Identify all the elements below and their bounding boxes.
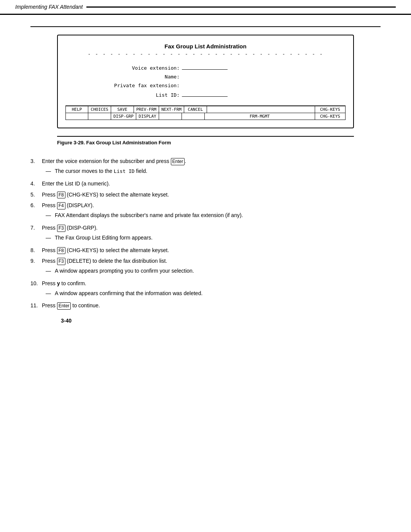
step-5: 5. Press F8 (CHG-KEYS) to select the alt…: [30, 190, 381, 199]
step-10-text: Press y to confirm.: [42, 280, 86, 286]
step-9-after: (DELETE) to delete the fax distribution …: [67, 258, 167, 264]
fkey-empty-cancel: [182, 113, 205, 120]
fkey-chg-keys-2[interactable]: CHG-KEYS: [315, 113, 346, 120]
fkey-display[interactable]: DISPLAY: [136, 113, 159, 120]
step-5-num: 5.: [30, 190, 42, 199]
figure-caption-text: Figure 3-29. Fax Group List Administrati…: [57, 140, 171, 145]
fkey-disp-grp[interactable]: DISP-GRP: [111, 113, 136, 120]
screen-dashes: - - - - - - - - - - - - - - - - - - - - …: [65, 51, 346, 57]
step-11: 11. Press Enter to continue.: [30, 301, 381, 310]
fkey-save[interactable]: SAVE: [111, 106, 134, 113]
field-label-name: Name:: [81, 74, 180, 80]
step-7-sub-text: The Fax Group List Editing form appears.: [55, 233, 153, 242]
step-7-sub: — The Fax Group List Editing form appear…: [42, 233, 381, 242]
step-3-sub-text: The cursor moves to the List ID field.: [55, 167, 147, 176]
step-10-content: Press y to confirm. — A window appears c…: [42, 279, 381, 299]
fkey-choices[interactable]: CHOICES: [88, 106, 111, 113]
step-5-content: Press F8 (CHG-KEYS) to select the altern…: [42, 190, 381, 199]
step-4-num: 4.: [30, 179, 42, 188]
step-4-text: Enter the List ID (a numeric).: [42, 181, 110, 187]
step-6: 6. Press F4 (DISPLAY). — FAX Attendant d…: [30, 201, 381, 221]
step-7-text: Press: [42, 225, 57, 231]
fkey-row-1: HELP CHOICES SAVE PREV-FRM NEXT-FRM CANC…: [65, 106, 346, 113]
step-7-after: (DISP-GRP).: [67, 225, 98, 231]
fkey-next-frm[interactable]: NEXT-FRM: [159, 106, 184, 113]
step-6-num: 6.: [30, 201, 42, 209]
y-key: y: [57, 280, 60, 286]
f3-key-2: F3: [57, 258, 65, 265]
field-list-id: List ID:: [81, 91, 346, 98]
field-private-fax: Private fax extension:: [81, 83, 346, 88]
step-9-num: 9.: [30, 257, 42, 265]
step-3-num: 3.: [30, 157, 42, 165]
page-header: Implementing FAX Attendant: [0, 0, 411, 15]
screen-fields: Voice extension: Name: Private fax exten…: [65, 64, 346, 98]
step-11-text: Press: [42, 302, 57, 308]
step-6-text: Press: [42, 202, 57, 208]
screen-title: Fax Group List Administration: [65, 43, 346, 50]
field-voice-extension: Voice extension:: [81, 64, 346, 71]
step-8-num: 8.: [30, 246, 42, 254]
step-6-sub: — FAX Attendant displays the subscriber'…: [42, 211, 381, 219]
fkey-frm-mgmt[interactable]: FRM-MGMT: [205, 113, 315, 120]
f4-key: F4: [57, 202, 65, 209]
field-input-voice: [182, 64, 228, 70]
dash-3: —: [46, 167, 55, 176]
header-title: Implementing FAX Attendant: [15, 4, 83, 10]
step-8-content: Press F8 (CHG-KEYS) to select the altern…: [42, 246, 381, 254]
step-10: 10. Press y to confirm. — A window appea…: [30, 279, 381, 299]
enter-key-2: Enter: [57, 302, 71, 310]
step-3-sub: — The cursor moves to the List ID field.: [42, 167, 381, 176]
step-4-content: Enter the List ID (a numeric).: [42, 179, 381, 188]
field-label-list-id: List ID:: [81, 92, 180, 98]
fkey-cancel[interactable]: CANCEL: [184, 106, 207, 113]
step-7-content: Press F3 (DISP-GRP). — The Fax Group Lis…: [42, 224, 381, 244]
step-7: 7. Press F3 (DISP-GRP). — The Fax Group …: [30, 224, 381, 244]
list-id-code: List ID: [114, 168, 135, 174]
step-6-content: Press F4 (DISPLAY). — FAX Attendant disp…: [42, 201, 381, 221]
f8-key-2: F8: [57, 247, 65, 254]
screen-simulation: Fax Group List Administration - - - - - …: [57, 35, 354, 128]
f8-key-1: F8: [57, 192, 65, 199]
step-11-num: 11.: [30, 301, 42, 310]
step-7-num: 7.: [30, 224, 42, 232]
step-10-sub: — A window appears confirming that the i…: [42, 289, 381, 297]
step-5-after: (CHG-KEYS) to select the alternate keyse…: [67, 192, 169, 198]
step-3-period: .: [185, 158, 186, 164]
fkey-empty-next: [159, 113, 182, 120]
step-5-text: Press: [42, 192, 57, 198]
field-label-private-fax: Private fax extension:: [81, 83, 180, 88]
step-3: 3. Enter the voice extension for the sub…: [30, 157, 381, 177]
step-10-sub-text: A window appears confirming that the inf…: [55, 289, 202, 297]
step-8-after: (CHG-KEYS) to select the alternate keyse…: [67, 247, 169, 253]
field-label-voice: Voice extension:: [81, 65, 180, 71]
field-name: Name:: [81, 74, 346, 80]
fkey-chg-keys-1[interactable]: CHG-KEYS: [315, 106, 346, 113]
top-rule: [30, 26, 381, 27]
step-8-text: Press: [42, 247, 57, 253]
fkey-empty-choices: [88, 113, 111, 120]
step-9: 9. Press F3 (DELETE) to delete the fax d…: [30, 257, 381, 277]
step-4: 4. Enter the List ID (a numeric).: [30, 179, 381, 188]
function-key-bar: HELP CHOICES SAVE PREV-FRM NEXT-FRM CANC…: [65, 105, 346, 120]
fkey-empty-1: [207, 106, 315, 113]
step-3-text: Enter the voice extension for the subscr…: [42, 158, 171, 164]
dash-6: —: [46, 211, 55, 219]
dash-7: —: [46, 233, 55, 242]
header-rule: [86, 6, 396, 8]
enter-key-1: Enter: [171, 158, 185, 165]
fkey-empty-help: [65, 113, 88, 120]
dash-9: —: [46, 267, 55, 275]
fkey-help[interactable]: HELP: [65, 106, 88, 113]
dash-10: —: [46, 289, 55, 297]
step-9-text: Press: [42, 258, 57, 264]
page-number: 3-40: [30, 318, 411, 324]
steps-list: 3. Enter the voice extension for the sub…: [30, 157, 381, 310]
step-10-num: 10.: [30, 279, 42, 288]
step-9-content: Press F3 (DELETE) to delete the fax dist…: [42, 257, 381, 277]
step-6-after: (DISPLAY).: [67, 202, 94, 208]
step-3-content: Enter the voice extension for the subscr…: [42, 157, 381, 177]
fkey-prev-frm[interactable]: PREV-FRM: [134, 106, 159, 113]
step-6-sub-text: FAX Attendant displays the subscriber's …: [55, 211, 243, 219]
body-text: 3. Enter the voice extension for the sub…: [30, 157, 381, 310]
